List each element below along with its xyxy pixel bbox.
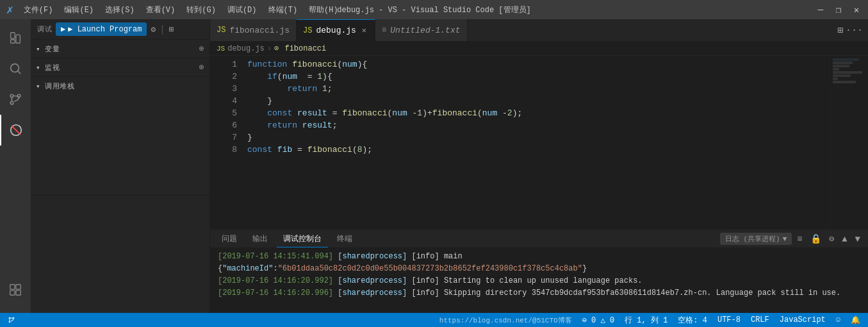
log-time-4: [2019-07-16 14:16:20.996] — [218, 289, 333, 298]
line-num-5: 5 — [220, 107, 237, 119]
variables-section-label: ▾ 变量 — [36, 44, 60, 54]
tab-untitled-label: Untitled-1.txt — [390, 26, 460, 35]
status-errors[interactable]: ⊖ 0 △ 0 — [580, 315, 617, 325]
panel-icon-lock[interactable]: 🔒 — [808, 232, 824, 246]
status-bar: https://blog.csdn.net/@51CTO博客 ⊖ 0 △ 0 行… — [0, 313, 868, 327]
tab-bar: JS fibonacci.js JS debug.js ✕ ≡ Untitled… — [210, 19, 868, 42]
editor[interactable]: 1 2 3 4 5 6 7 8 function fibonacci(num){ — [210, 56, 830, 230]
log-time-3: [2019-07-16 14:16:20.992] — [218, 276, 333, 285]
debug-config-icon[interactable]: ⚙ — [151, 24, 156, 35]
svg-rect-0 — [11, 33, 15, 38]
breadcrumb-symbol-icon: ⊙ — [274, 44, 279, 53]
activity-icon-explorer[interactable] — [0, 22, 31, 53]
variables-action-icon[interactable]: ⊕ — [199, 44, 204, 54]
editor-area: 1 2 3 4 5 6 7 8 function fibonacci(num){ — [210, 56, 868, 230]
log-val-1: "6b01ddaa50c82c0d2c0d0e55b004837273b2b86… — [278, 264, 582, 273]
panel-tab-output[interactable]: 输出 — [246, 230, 274, 247]
svg-rect-11 — [10, 285, 15, 289]
panel-tab-problems[interactable]: 问题 — [215, 230, 243, 247]
tab-debug-close[interactable]: ✕ — [360, 24, 368, 37]
callstack-section-header[interactable]: ▾ 调用堆栈 — [31, 77, 209, 95]
minimap-line-1 — [833, 58, 859, 61]
menu-terminal[interactable]: 终端(T) — [263, 3, 303, 17]
status-emoji[interactable]: ☺ — [833, 315, 843, 324]
window-controls: — ❐ ✕ — [815, 4, 862, 15]
panel-icon-list[interactable]: ≡ — [794, 233, 805, 246]
line-num-6: 6 — [220, 119, 237, 131]
svg-rect-14 — [16, 290, 20, 295]
tab-fibonacci[interactable]: JS fibonacci.js — [210, 19, 297, 41]
svg-rect-2 — [11, 40, 15, 44]
breadcrumb-file[interactable]: debug.js — [227, 44, 265, 53]
debug-label: 调试 — [37, 24, 52, 34]
panel-actions: 日志 (共享进程) ▼ ≡ 🔒 ⊖ ▲ ▼ — [720, 232, 863, 246]
code-lines: function fibonacci(num){ if(num = 1){ re… — [242, 58, 830, 227]
status-eol[interactable]: CRLF — [748, 315, 772, 324]
breadcrumb-symbol[interactable]: ⊙ fibonacci — [274, 44, 326, 53]
maximize-button[interactable]: ❐ — [833, 4, 844, 15]
tab-split-icon[interactable]: ⊞ — [837, 24, 843, 37]
tab-debug-label: debug.js — [316, 26, 356, 35]
svg-line-10 — [12, 126, 20, 135]
code-line-4: } — [247, 95, 824, 107]
menu-file[interactable]: 文件(F) — [19, 3, 58, 17]
log-level-3: [info] — [411, 276, 439, 285]
log-filter-label: 日志 (共享进程) — [725, 234, 780, 244]
menu-edit[interactable]: 编辑(E) — [59, 3, 99, 17]
menu-goto[interactable]: 转到(G) — [181, 3, 221, 17]
minimap-line-8 — [833, 81, 856, 83]
watch-section-label: ▾ 监视 — [36, 63, 60, 72]
tab-untitled-icon: ≡ — [382, 26, 386, 35]
menu-view[interactable]: 查看(V) — [141, 3, 181, 17]
log-time-1: [2019-07-16 14:15:41.094] — [218, 252, 333, 261]
status-bell[interactable]: 🔔 — [848, 315, 863, 325]
menu-select[interactable]: 选择(S) — [100, 3, 140, 17]
panel-tab-terminal[interactable]: 终端 — [331, 230, 359, 247]
panel-icon-up[interactable]: ▲ — [839, 233, 849, 246]
breadcrumb-symbol-label: fibonacci — [284, 44, 326, 53]
panel-icon-clear[interactable]: ⊖ — [826, 232, 837, 246]
activity-icon-debug[interactable] — [0, 115, 31, 146]
status-spaces[interactable]: 空格: 4 — [675, 315, 710, 326]
tab-untitled[interactable]: ≡ Untitled-1.txt — [375, 19, 467, 41]
log-line-4: [2019-07-16 14:16:20.996] [sharedprocess… — [218, 287, 860, 299]
minimize-button[interactable]: — — [815, 4, 826, 15]
line-num-3: 3 — [220, 83, 237, 95]
tab-debug-icon: JS — [303, 26, 312, 35]
menu-debug[interactable]: 调试(D) — [222, 3, 262, 17]
breadcrumb-sep: › — [267, 44, 272, 53]
status-branch[interactable] — [5, 315, 19, 324]
log-line-2: {"machineId":"6b01ddaa50c82c0d2c0d0e55b0… — [218, 263, 860, 274]
line-num-2: 2 — [220, 71, 237, 83]
status-watermark: https://blog.csdn.net/@51CTO博客 — [437, 315, 575, 325]
tab-fibonacci-icon: JS — [217, 26, 225, 35]
code-container: 1 2 3 4 5 6 7 8 function fibonacci(num){ — [210, 56, 830, 230]
variables-section-header[interactable]: ▾ 变量 ⊕ — [31, 40, 209, 58]
line-num-4: 4 — [220, 95, 237, 107]
log-filter-dropdown[interactable]: 日志 (共享进程) ▼ — [720, 233, 792, 245]
status-encoding[interactable]: UTF-8 — [715, 315, 743, 324]
svg-point-3 — [11, 64, 19, 72]
panel-tab-debug-console[interactable]: 调试控制台 — [277, 230, 328, 247]
log-process-1: [sharedprocess] — [338, 252, 407, 261]
tab-fibonacci-label: fibonacci.js — [229, 26, 290, 35]
activity-icon-search[interactable] — [0, 53, 31, 84]
main-layout: 调试 ▶ ▶ Launch Program ⚙ | ⊞ ▾ 变量 ⊕ ▾ 监视 … — [0, 19, 868, 313]
log-msg-4: Skipping directory 3547cb9dcdaf953bfa630… — [444, 289, 840, 298]
minimap-line-5 — [833, 71, 862, 74]
close-button[interactable]: ✕ — [851, 4, 862, 15]
status-ln-col[interactable]: 行 1, 列 1 — [622, 315, 670, 326]
panel-icon-down[interactable]: ▼ — [853, 233, 863, 246]
tab-more-icon[interactable]: ··· — [846, 25, 863, 36]
watch-action-icon[interactable]: ⊕ — [199, 62, 204, 72]
activity-icon-source-control[interactable] — [0, 84, 31, 115]
status-lang[interactable]: JavaScript — [777, 315, 828, 324]
watch-section-header[interactable]: ▾ 监视 ⊕ — [31, 58, 209, 76]
watch-section: ▾ 监视 ⊕ — [31, 58, 209, 77]
tab-debug[interactable]: JS debug.js ✕ — [297, 19, 375, 41]
play-icon: ▶ — [61, 24, 65, 34]
debug-extra-icon[interactable]: ⊞ — [169, 24, 174, 35]
log-process-4: [sharedprocess] — [338, 289, 407, 298]
launch-program-button[interactable]: ▶ ▶ Launch Program — [56, 22, 147, 36]
activity-icon-extensions[interactable] — [0, 274, 31, 305]
